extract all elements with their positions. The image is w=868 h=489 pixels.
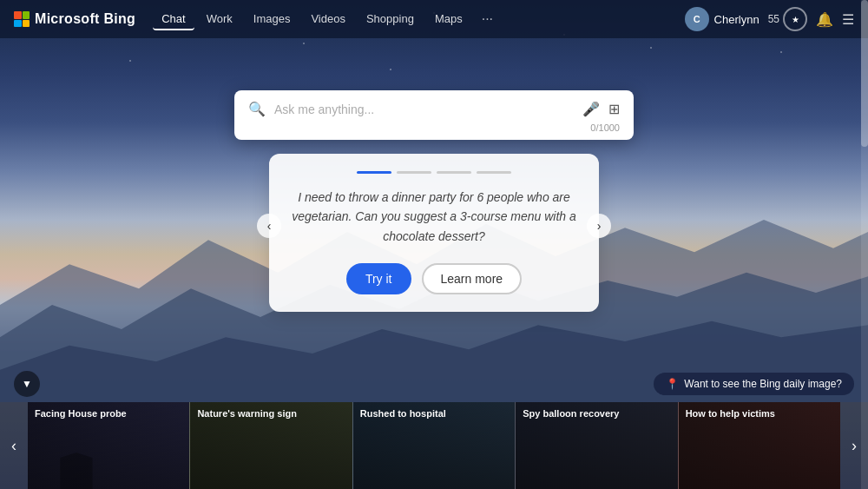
scrollbar[interactable]	[861, 0, 868, 489]
progress-dots	[290, 171, 578, 174]
nav-link-images[interactable]: Images	[245, 9, 299, 30]
try-it-button[interactable]: Try it	[346, 263, 411, 294]
camera-icon[interactable]: ⊞	[608, 101, 620, 117]
search-input[interactable]	[274, 102, 574, 116]
nav-link-work[interactable]: Work	[198, 9, 241, 30]
news-card-4[interactable]: Spy balloon recovery	[515, 402, 677, 489]
learn-more-button[interactable]: Learn more	[422, 263, 523, 294]
nav-link-shopping[interactable]: Shopping	[358, 9, 423, 30]
suggestion-actions: Try it Learn more	[290, 263, 578, 294]
points-badge[interactable]: 55 ★	[768, 7, 807, 31]
bottom-bar: ▼ 📍 Want to see the Bing daily image? ‹ …	[0, 366, 868, 489]
nav-link-videos[interactable]: Videos	[302, 9, 354, 30]
progress-dot-2	[397, 171, 431, 174]
suggestion-card: I need to throw a dinner party for 6 peo…	[269, 154, 599, 312]
news-card-1[interactable]: Facing House probe	[28, 402, 189, 489]
nav-more-button[interactable]: ···	[475, 8, 500, 30]
user-name: Cherlynn	[714, 13, 760, 26]
progress-dot-4	[477, 171, 511, 174]
avatar: C	[685, 7, 709, 31]
news-card-3-overlay: Rushed to hospital	[353, 402, 515, 489]
rewards-icon: ★	[783, 7, 807, 31]
logo[interactable]: Microsoft Bing	[14, 11, 135, 27]
nav-link-maps[interactable]: Maps	[426, 9, 471, 30]
hamburger-menu-icon[interactable]: ☰	[842, 11, 854, 28]
nav-link-chat[interactable]: Chat	[153, 9, 194, 30]
search-icon: 🔍	[248, 101, 266, 117]
news-card-5[interactable]: How to help victims	[678, 402, 840, 489]
points-value: 55	[768, 13, 779, 25]
scrollbar-thumb[interactable]	[861, 0, 868, 147]
news-card-3[interactable]: Rushed to hospital	[352, 402, 515, 489]
news-card-2-title: Nature's warning sign	[197, 407, 345, 420]
card-next-button[interactable]: ›	[587, 214, 611, 238]
suggestion-card-wrapper: ‹ I need to throw a dinner party for 6 p…	[269, 140, 599, 312]
location-icon: 📍	[666, 378, 679, 390]
search-area: 🔍 🎤 ⊞ 0/1000 ‹ I need to throw a dinner …	[0, 90, 868, 312]
news-strip: ‹ Facing House probe Nature's warning si…	[0, 402, 868, 489]
search-input-row: 🔍 🎤 ⊞	[248, 101, 620, 117]
microphone-icon[interactable]: 🎤	[582, 101, 600, 117]
news-card-1-overlay: Facing House probe	[28, 402, 189, 489]
news-card-5-title: How to help victims	[686, 407, 833, 420]
news-cards: Facing House probe Nature's warning sign…	[28, 402, 840, 489]
navbar: Microsoft Bing Chat Work Images Videos S…	[0, 0, 868, 38]
character-counter: 0/1000	[590, 122, 620, 133]
news-card-1-title: Facing House probe	[35, 407, 182, 420]
nav-links: Chat Work Images Videos Shopping Maps ··…	[153, 8, 677, 30]
news-card-2[interactable]: Nature's warning sign	[189, 402, 352, 489]
logo-text: Microsoft Bing	[35, 11, 135, 27]
user-info[interactable]: C Cherlynn	[685, 7, 760, 31]
news-card-3-title: Rushed to hospital	[360, 407, 508, 420]
search-footer: 0/1000	[248, 122, 620, 133]
bottom-controls: ▼ 📍 Want to see the Bing daily image?	[0, 366, 868, 402]
news-prev-button[interactable]: ‹	[0, 402, 28, 489]
news-card-4-title: Spy balloon recovery	[523, 407, 670, 420]
daily-image-button[interactable]: 📍 Want to see the Bing daily image?	[654, 373, 854, 395]
news-card-5-overlay: How to help victims	[679, 402, 840, 489]
news-card-2-overlay: Nature's warning sign	[190, 402, 352, 489]
collapse-icon: ▼	[22, 378, 32, 390]
search-box: 🔍 🎤 ⊞ 0/1000	[234, 90, 634, 140]
progress-dot-1	[357, 171, 391, 174]
news-card-4-overlay: Spy balloon recovery	[516, 402, 677, 489]
suggestion-text: I need to throw a dinner party for 6 peo…	[290, 188, 578, 246]
progress-dot-3	[437, 171, 471, 174]
nav-right: C Cherlynn 55 ★ 🔔 ☰	[685, 7, 854, 31]
collapse-button[interactable]: ▼	[14, 371, 40, 397]
card-prev-button[interactable]: ‹	[257, 214, 281, 238]
daily-image-label: Want to see the Bing daily image?	[684, 378, 842, 390]
notifications-icon[interactable]: 🔔	[816, 11, 833, 28]
logo-icon	[14, 11, 30, 27]
